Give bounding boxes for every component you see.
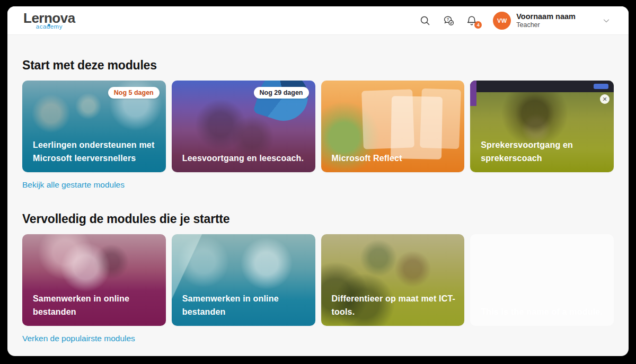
module-card[interactable]: Samenwerken in online bestanden [172,234,315,326]
video-toolbar-button-illustration [594,84,608,89]
card-badge: Nog 5 dagen [108,87,160,99]
screenshot-frame: Lernova academy ? [0,0,636,364]
card-title: This is the name of a module. [481,306,606,319]
module-card[interactable]: Nog 29 dagen Leesvoortgang en leescoach. [172,81,315,172]
section-title-complete: Vervolledig de modules die je startte [22,212,614,226]
card-title: Microsoft Reflect [332,152,457,165]
card-title: Leesvoortgang en leescoach. [182,152,308,165]
reflect-panel-illustration [420,88,461,149]
logo-text: Lernova [23,11,75,25]
app-window: Lernova academy ? [7,6,629,356]
module-card[interactable]: ✕ Sprekersvoortgang en sprekerscoach [470,81,614,172]
explore-popular-link[interactable]: Verken de populairste modules [22,334,135,343]
module-card-placeholder[interactable]: This is the name of a module. [470,234,614,326]
section-title-started: Start met deze modules [22,58,614,73]
video-toolbar-illustration [470,81,614,92]
close-icon[interactable]: ✕ [600,94,610,104]
view-all-started-link[interactable]: Bekijk alle gestarte modules [22,180,125,190]
card-title: Samenwerken in online bestanden [33,292,158,319]
cards-row-started: Nog 5 dagen Leerlingen ondersteunen met … [22,81,614,172]
module-card[interactable]: Samenwerken in online bestanden [22,234,166,326]
bell-icon[interactable]: 4 [465,14,478,27]
search-icon[interactable] [419,14,431,27]
module-card[interactable]: Microsoft Reflect [321,81,465,172]
module-card[interactable]: Nog 5 dagen Leerlingen ondersteunen met … [22,81,166,172]
avatar[interactable]: VW [493,12,511,30]
user-role: Teacher [516,21,576,30]
card-title: Sprekersvoortgang en sprekerscoach [481,139,606,165]
main-content: Start met deze modules Nog 5 dagen Leerl… [7,58,629,343]
cards-row-complete: Samenwerken in online bestanden Samenwer… [22,234,614,326]
svg-text:?: ? [447,17,449,22]
sidebar-strip-illustration [470,81,476,106]
notification-badge: 4 [474,21,482,29]
chat-help-icon[interactable]: ? [442,14,455,27]
header: Lernova academy ? [7,6,629,35]
user-menu[interactable]: Voornaam naam Teacher [516,12,576,30]
user-name: Voornaam naam [516,12,576,21]
card-title: Differentieer op maat met ICT-tools. [332,292,457,319]
logo[interactable]: Lernova academy [23,11,75,30]
chevron-down-icon[interactable] [600,14,613,27]
header-actions: ? 4 VW Voornaam naam Teacher [419,12,613,30]
module-card[interactable]: Differentieer op maat met ICT-tools. [321,234,465,326]
card-badge: Nog 29 dagen [254,87,309,99]
card-title: Samenwerken in online bestanden [182,292,308,319]
logo-dot [48,24,50,26]
card-title: Leerlingen ondersteunen met Microsoft le… [33,139,158,165]
